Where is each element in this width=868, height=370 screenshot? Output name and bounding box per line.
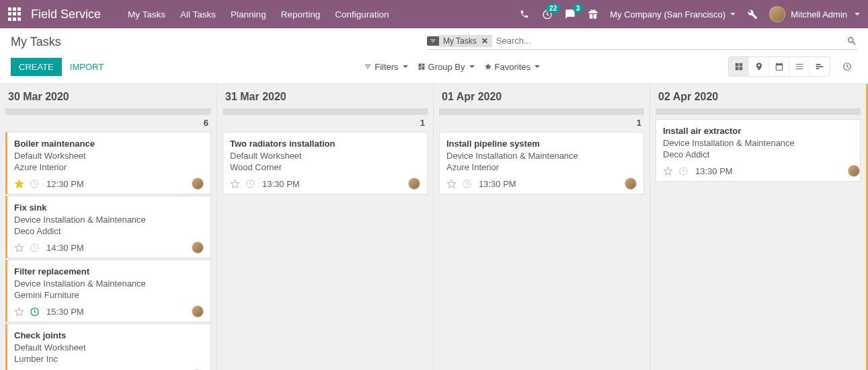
filters-dropdown[interactable]: Filters — [364, 62, 407, 72]
column-progress-bar[interactable] — [439, 108, 644, 115]
nav-menu: My Tasks All Tasks Planning Reporting Co… — [128, 9, 518, 20]
debug-icon[interactable] — [746, 8, 758, 20]
card-time: 14:30 PM — [46, 243, 84, 253]
card-customer: Lumber Inc — [14, 354, 204, 364]
chat-badge: 3 — [573, 4, 584, 13]
task-card[interactable]: Boiler maintenance Default Worksheet Azu… — [5, 132, 211, 194]
card-time: 13:30 PM — [695, 166, 733, 176]
column-title: 31 Mar 2020 — [223, 91, 428, 103]
star-icon[interactable] — [14, 243, 24, 253]
card-worksheet: Device Installation & Maintenance — [446, 151, 637, 161]
assignee-avatar[interactable] — [408, 178, 420, 190]
assignee-avatar[interactable] — [192, 178, 204, 190]
groupby-dropdown[interactable]: Group By — [418, 62, 475, 72]
card-title: Fix sink — [14, 202, 204, 213]
app-brand[interactable]: Field Service — [31, 7, 101, 22]
column-count: 1 — [223, 118, 428, 128]
column-title: 01 Apr 2020 — [439, 91, 644, 103]
chat-icon[interactable]: 3 — [564, 8, 576, 20]
assignee-avatar[interactable] — [192, 305, 204, 318]
column-progress-bar[interactable] — [5, 108, 211, 115]
nav-my-tasks[interactable]: My Tasks — [128, 9, 165, 20]
card-title: Check joints — [14, 330, 204, 340]
nav-all-tasks[interactable]: All Tasks — [180, 9, 216, 20]
company-switcher[interactable]: My Company (San Francisco) — [610, 9, 736, 20]
search-icon[interactable] — [846, 36, 857, 46]
nav-planning[interactable]: Planning — [231, 9, 266, 20]
column-progress-bar[interactable] — [656, 108, 861, 115]
task-card[interactable]: Fix sink Device Installation & Maintenan… — [5, 196, 211, 258]
search-input[interactable] — [492, 34, 846, 48]
timer-icon[interactable]: 22 — [541, 8, 553, 20]
assignee-avatar[interactable] — [848, 165, 860, 177]
svg-line-15 — [251, 184, 252, 184]
task-card[interactable]: Filter replacement Device Installation &… — [5, 260, 211, 322]
task-card[interactable]: Install pipeline system Device Installat… — [439, 132, 644, 194]
column-progress-bar[interactable] — [223, 108, 428, 115]
kanban-column: 02 Apr 2020 Install air extractor Device… — [649, 84, 866, 370]
card-customer: Deco Addict — [14, 226, 204, 236]
phone-icon[interactable] — [518, 8, 530, 20]
filter-facet: My Tasks ✕ — [439, 35, 492, 47]
card-time: 15:30 PM — [46, 307, 84, 317]
kanban-board: 30 Mar 2020 6 Boiler maintenance Default… — [0, 84, 868, 370]
import-button[interactable]: IMPORT — [62, 58, 112, 76]
card-time: 12:30 PM — [46, 179, 84, 189]
svg-line-18 — [467, 184, 469, 184]
facet-remove[interactable]: ✕ — [481, 36, 488, 46]
star-icon[interactable] — [14, 307, 24, 317]
view-activity[interactable] — [837, 57, 857, 76]
card-title: Boiler maintenance — [14, 139, 204, 149]
svg-line-3 — [35, 184, 36, 184]
card-customer: Azure Interior — [446, 162, 637, 172]
clock-icon[interactable] — [462, 179, 472, 189]
task-card[interactable]: Install air extractor Device Installatio… — [656, 119, 861, 182]
clock-icon[interactable] — [30, 179, 40, 189]
clock-icon[interactable] — [245, 179, 255, 189]
page-title: My Tasks — [11, 35, 61, 49]
column-count: 6 — [5, 118, 211, 128]
svg-line-6 — [35, 248, 36, 248]
apps-icon[interactable] — [8, 7, 22, 21]
gift-icon[interactable] — [587, 8, 599, 20]
task-card[interactable]: Two radiators installation Default Works… — [223, 132, 428, 194]
star-icon[interactable] — [446, 179, 457, 189]
view-gantt[interactable] — [810, 57, 830, 76]
user-menu[interactable]: Mitchell Admin — [769, 6, 860, 22]
clock-icon[interactable] — [30, 243, 40, 253]
card-worksheet: Device Installation & Maintenance — [663, 138, 853, 148]
card-worksheet: Device Installation & Maintenance — [14, 279, 204, 289]
view-calendar[interactable] — [769, 57, 789, 76]
card-title: Install air extractor — [663, 126, 853, 136]
search-bar[interactable]: My Tasks ✕ — [427, 34, 857, 50]
star-icon[interactable] — [663, 166, 673, 176]
clock-icon[interactable] — [30, 307, 40, 317]
kanban-column: 31 Mar 2020 1 Two radiators installation… — [216, 84, 433, 370]
card-time: 13:30 PM — [262, 179, 300, 189]
view-map[interactable] — [749, 57, 769, 76]
view-list[interactable] — [789, 57, 810, 76]
column-title: 02 Apr 2020 — [656, 91, 861, 103]
star-icon[interactable] — [230, 179, 240, 189]
card-worksheet: Device Installation & Maintenance — [14, 215, 204, 225]
timer-badge: 22 — [546, 4, 560, 13]
card-customer: Deco Addict — [663, 149, 853, 159]
nav-configuration[interactable]: Configuration — [335, 9, 389, 20]
card-title: Install pipeline system — [446, 139, 637, 149]
card-worksheet: Default Worksheet — [14, 342, 204, 353]
card-title: Filter replacement — [14, 266, 204, 276]
favorites-dropdown[interactable]: Favorites — [484, 62, 540, 72]
task-card[interactable]: Check joints Default Worksheet Lumber In… — [5, 324, 211, 370]
clock-icon[interactable] — [678, 166, 688, 176]
nav-reporting[interactable]: Reporting — [281, 9, 321, 20]
view-switcher — [728, 57, 830, 77]
assignee-avatar[interactable] — [625, 178, 637, 190]
card-customer: Azure Interior — [14, 162, 204, 172]
kanban-column: 30 Mar 2020 6 Boiler maintenance Default… — [0, 84, 216, 370]
card-worksheet: Default Worksheet — [14, 151, 204, 161]
column-count: 1 — [439, 118, 644, 128]
create-button[interactable]: CREATE — [11, 58, 62, 76]
view-kanban[interactable] — [729, 57, 749, 76]
assignee-avatar[interactable] — [192, 242, 204, 254]
star-icon[interactable] — [14, 179, 24, 189]
